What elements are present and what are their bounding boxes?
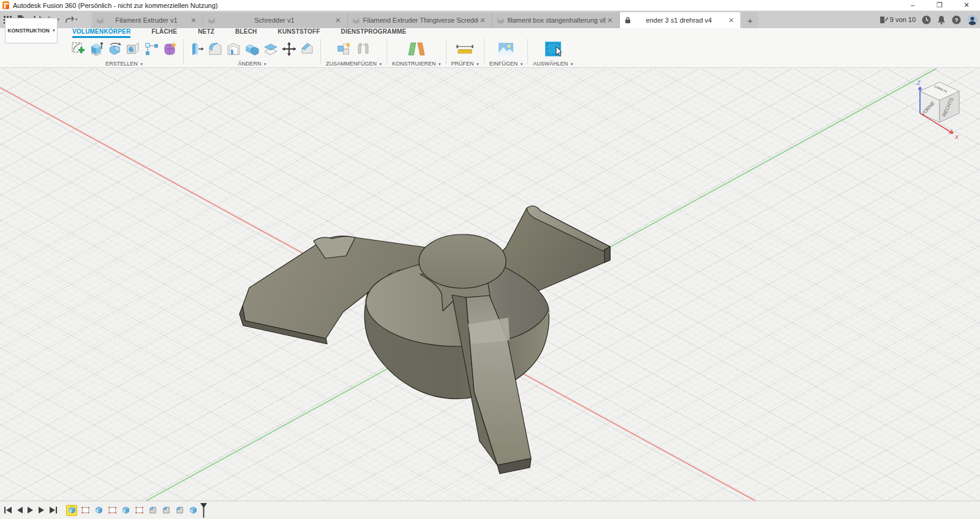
create-sketch-icon[interactable] [70, 40, 86, 58]
tab-label: Schredder v1 [215, 17, 334, 24]
tab-volumenkoerper[interactable]: VOLUMENKÖRPER [72, 28, 130, 38]
fillet-icon[interactable] [207, 40, 224, 58]
skip-end-button[interactable] [49, 506, 58, 514]
timeline-feature-sketch[interactable] [107, 505, 118, 516]
construction-plane-icon[interactable] [404, 40, 429, 58]
tab-flaeche[interactable]: FLÄCHE [151, 28, 177, 38]
timeline-feature-fillet[interactable] [174, 505, 185, 516]
joint-icon[interactable] [355, 40, 371, 58]
tab-close-icon[interactable]: ✕ [478, 17, 486, 24]
timeline-feature-sketch[interactable] [80, 505, 91, 516]
knob-model [239, 206, 610, 474]
document-cube-icon [208, 17, 215, 24]
tab-blech[interactable]: BLECH [235, 28, 257, 38]
group-label-erstellen[interactable]: ERSTELLEN ▾ [105, 61, 143, 67]
caret-down-icon: ▾ [380, 62, 382, 66]
group-label-zusammenfuegen[interactable]: ZUSAMMENFÜGEN ▾ [326, 61, 382, 67]
restore-button[interactable]: ❐ [926, 0, 953, 11]
document-tab-bar: ▾ ▾ ▾ Filament Extruder v1 ✕ Schredder v… [0, 11, 980, 28]
extrude-icon[interactable] [88, 40, 105, 58]
shell-icon[interactable] [225, 40, 242, 58]
tab-kunststoff[interactable]: KUNSTSTOFF [278, 28, 320, 38]
konstruktion-label: KONSTRUKTION [8, 28, 50, 34]
group-label-einfuegen[interactable]: EINFÜGEN ▾ [489, 61, 523, 67]
toolbar-separator [386, 39, 387, 64]
revolve-icon[interactable] [107, 40, 123, 58]
timeline-feature-sketch[interactable] [134, 505, 145, 516]
caret-down-icon: ▾ [264, 62, 266, 66]
document-cube-icon [353, 17, 360, 24]
group-label-konstruieren[interactable]: KONSTRUIEREN ▾ [392, 61, 441, 67]
tab-label: ender 3 s1 drehrad v4 [631, 17, 728, 24]
group-label-aendern[interactable]: ÄNDERN ▾ [238, 61, 266, 67]
group-label-auswaehlen[interactable]: AUSWÄHLEN ▾ [533, 61, 573, 67]
close-button[interactable]: ✕ [953, 0, 980, 11]
tab-filament-extruder-v1[interactable]: Filament Extruder v1 ✕ [92, 12, 203, 28]
group-erstellen: ERSTELLEN ▾ [66, 38, 182, 67]
tab-filament-box-stangenhalterung[interactable]: filament box stangenhalterung v8 ✕ [492, 12, 620, 28]
play-button[interactable] [27, 506, 34, 514]
model-viewport[interactable]: OBEN VORNE RECHTS Z X [0, 69, 980, 501]
x-axis-label: X [954, 134, 959, 140]
timeline-feature-extrude[interactable] [187, 505, 198, 516]
minimize-button[interactable]: – [899, 0, 926, 11]
tab-close-icon[interactable]: ✕ [727, 17, 735, 24]
step-forward-button[interactable] [38, 506, 45, 514]
timeline-feature-fillet[interactable] [160, 505, 172, 516]
fusion-app-icon [2, 1, 9, 9]
caret-down-icon: ▾ [58, 17, 60, 22]
press-pull-icon[interactable] [189, 40, 205, 58]
tab-label: Filament Extruder v1 [104, 17, 190, 24]
konstruktion-dropdown[interactable]: KONSTRUKTION ▾ [5, 18, 58, 43]
tab-close-icon[interactable]: ✕ [334, 17, 342, 24]
tab-ender-3-s1-drehrad[interactable]: ender 3 s1 drehrad v4 ✕ [620, 12, 741, 28]
offset-face-icon[interactable] [262, 40, 279, 58]
caret-down-icon: ▾ [477, 62, 479, 66]
toolbar-separator [484, 39, 484, 64]
job-tasks-icon [880, 16, 888, 24]
z-axis-label: Z [916, 80, 921, 86]
redo-icon[interactable]: ▾ [65, 16, 78, 23]
timeline-position-marker[interactable] [200, 503, 208, 518]
combine-icon[interactable] [244, 40, 260, 58]
help-icon[interactable]: ? [952, 15, 961, 24]
measure-icon[interactable] [454, 40, 476, 58]
view-cube[interactable]: OBEN VORNE RECHTS Z X [915, 77, 967, 141]
timeline-feature-extrude[interactable] [66, 505, 77, 516]
window-title: Autodesk Fusion 360 (Persönlich - nicht … [13, 2, 217, 9]
create-form-icon[interactable] [162, 40, 178, 58]
draft-icon[interactable] [299, 40, 315, 58]
timeline-feature-fillet[interactable] [147, 505, 158, 516]
pattern-icon[interactable] [143, 40, 160, 58]
timeline-feature-extrude[interactable] [93, 505, 104, 516]
timeline-features [66, 505, 198, 516]
toolbar-separator [320, 39, 321, 64]
tab-label: Filamend Extruder Thingiverse Scredder v… [360, 17, 479, 24]
group-label-pruefen[interactable]: PRÜFEN ▾ [451, 61, 479, 67]
tab-filamend-extruder-thingiverse[interactable]: Filamend Extruder Thingiverse Scredder v… [348, 12, 492, 28]
new-component-icon[interactable] [336, 40, 353, 58]
avatar[interactable] [967, 15, 978, 25]
caret-down-icon: ▾ [571, 62, 573, 66]
tab-schredder-v1[interactable]: Schredder v1 ✕ [203, 12, 348, 28]
group-konstruieren: KONSTRUIEREN ▾ [388, 38, 445, 67]
tab-dienstprogramme[interactable]: DIENSTPROGRAMME [341, 28, 407, 38]
notifications-bell-icon[interactable] [937, 15, 946, 24]
insert-image-icon[interactable] [495, 40, 517, 58]
move-copy-icon[interactable] [281, 40, 297, 58]
tab-netz[interactable]: NETZ [198, 28, 214, 38]
group-zusammenfuegen: ZUSAMMENFÜGEN ▾ [322, 38, 385, 67]
timeline-feature-extrude[interactable] [120, 505, 131, 516]
tab-close-icon[interactable]: ✕ [606, 17, 614, 24]
hole-icon[interactable] [125, 40, 141, 58]
skip-start-button[interactable] [4, 506, 12, 514]
new-tab-button[interactable]: + [742, 12, 758, 28]
toolbar-separator [527, 39, 528, 64]
select-icon[interactable] [542, 40, 564, 58]
model-canvas[interactable] [0, 69, 980, 501]
clock-icon[interactable] [922, 15, 931, 24]
tab-close-icon[interactable]: ✕ [189, 17, 197, 24]
job-status[interactable]: 9 von 10 [880, 16, 916, 24]
group-pruefen: PRÜFEN ▾ [448, 38, 483, 67]
step-back-button[interactable] [16, 506, 23, 514]
